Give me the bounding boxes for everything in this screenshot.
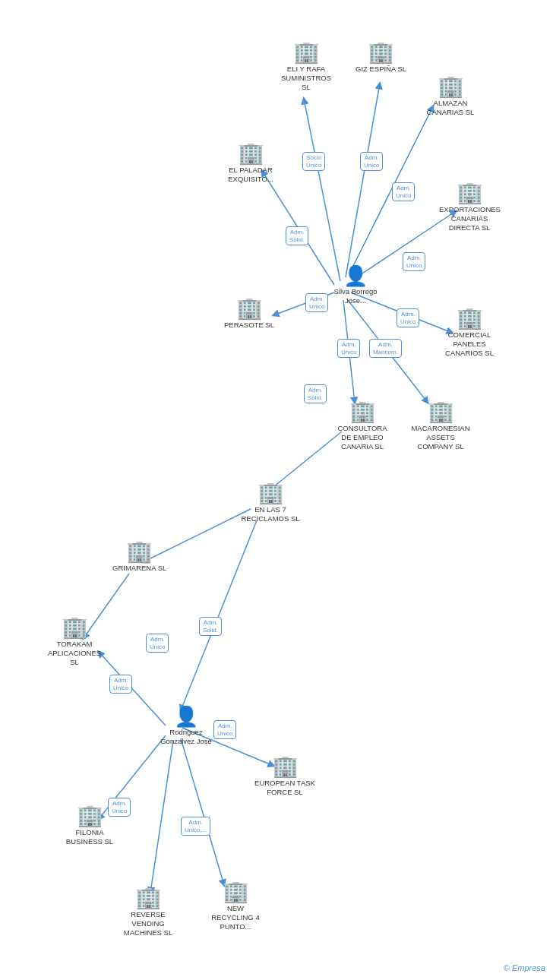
watermark: © Empresa — [504, 963, 545, 972]
node-new-recycling: 🏢 NEW RECYCLING 4 PUNTO... — [205, 881, 266, 931]
label-macaronesian: MACARONESIAN ASSETS COMPANY SL — [410, 424, 471, 451]
label-grimarena: GRIMARENA SL — [112, 564, 166, 573]
badge-adm-unico-4: Adm.Unico — [305, 293, 328, 312]
svg-line-0 — [304, 99, 340, 281]
badge-adm-unico-8: Adm.Unico — [109, 675, 132, 694]
badge-adm-solid-3: Adm.Solid. — [199, 617, 222, 636]
label-perasote: PERASOTE SL — [224, 321, 274, 330]
building-icon-paladar: 🏢 — [238, 143, 264, 164]
label-en-las-7: EN LAS 7 RECICLAMOS SL — [240, 505, 301, 523]
node-silva: 👤 Silva Borrego Jose... — [325, 266, 386, 305]
label-torakam: TORAKAM APLICACIONES SL — [44, 640, 105, 667]
badge-adm-unico-3: Adm.Unico — [403, 252, 425, 271]
label-comercial: COMERCIAL PANELES CANARIOS SL — [439, 330, 500, 358]
building-icon-reverse: 🏢 — [135, 887, 162, 909]
person-icon-rodriguez: 👤 — [174, 707, 198, 726]
building-icon-comercial: 🏢 — [457, 308, 483, 329]
diagram-container: 🏢 ELI Y RAFA SUMINISTROS SL 🏢 GIZ ESPIÑA… — [0, 0, 553, 980]
label-new-recycling: NEW RECYCLING 4 PUNTO... — [205, 904, 266, 931]
node-grimarena: 🏢 GRIMARENA SL — [112, 541, 166, 573]
node-eli-rafa: 🏢 ELI Y RAFA SUMINISTROS SL — [276, 42, 337, 92]
badge-adm-unico-11: Adm.Unico,... — [181, 817, 210, 836]
label-silva: Silva Borrego Jose... — [325, 287, 386, 305]
building-icon-en-las-7: 🏢 — [258, 482, 284, 504]
badge-adm-unico-6: Adm.Unico — [337, 339, 360, 358]
label-reverse: REVERSE VENDING MACHINES SL — [118, 910, 179, 937]
label-paladar: EL PALADAR EXQUISITO... — [220, 166, 281, 184]
badge-adm-unico-10: Adm.Unico — [108, 798, 131, 817]
badge-adm-unico-1: Adm.Unico — [360, 152, 383, 171]
building-icon-exportaciones: 🏢 — [457, 182, 483, 204]
badge-adm-solid-1: Adm.Solid. — [286, 226, 308, 245]
building-icon-eli-rafa: 🏢 — [293, 42, 320, 63]
svg-line-16 — [150, 741, 173, 893]
node-european: 🏢 EUROPEAN TASK FORCE SL — [254, 756, 315, 797]
watermark-copy: © — [504, 963, 510, 972]
svg-line-1 — [346, 84, 380, 277]
label-filonia: FILONIA BUSINESS SL — [59, 828, 120, 846]
node-torakam: 🏢 TORAKAM APLICACIONES SL — [44, 617, 105, 667]
node-consultora: 🏢 CONSULTORA DE EMPLEO CANARIA SL — [332, 401, 393, 451]
node-en-las-7: 🏢 EN LAS 7 RECICLAMOS SL — [240, 482, 301, 523]
node-comercial-paneles: 🏢 COMERCIAL PANELES CANARIOS SL — [439, 308, 500, 358]
label-exportaciones: EXPORTACIONES CANARIAS DIRECTA SL — [439, 205, 500, 232]
node-giz-espina: 🏢 GIZ ESPIÑA SL — [356, 42, 406, 74]
building-icon-consultora: 🏢 — [349, 401, 376, 422]
svg-line-2 — [349, 106, 433, 273]
label-almazan: ALMAZAN CANARIAS SL — [420, 99, 481, 117]
svg-line-11 — [181, 520, 257, 710]
building-icon-giz: 🏢 — [368, 42, 394, 63]
building-icon-almazan: 🏢 — [438, 76, 464, 97]
node-perasote: 🏢 PERASOTE SL — [224, 298, 274, 330]
node-el-paladar: 🏢 EL PALADAR EXQUISITO... — [220, 143, 281, 184]
label-eli-rafa: ELI Y RAFA SUMINISTROS SL — [276, 65, 337, 92]
building-icon-macaronesian: 🏢 — [428, 401, 454, 422]
badge-adm-unico-5: Adm.Unico — [397, 308, 419, 327]
badge-adm-unico-9: Adm.Unico — [213, 720, 236, 739]
node-reverse: 🏢 REVERSE VENDING MACHINES SL — [118, 887, 179, 937]
badge-adm-unico-7: Adm.Unico — [146, 634, 169, 653]
label-consultora: CONSULTORA DE EMPLEO CANARIA SL — [332, 424, 393, 451]
building-icon-new-recycling: 🏢 — [223, 881, 249, 903]
building-icon-european: 🏢 — [272, 756, 299, 777]
node-exportaciones: 🏢 EXPORTACIONES CANARIAS DIRECTA SL — [439, 182, 500, 232]
label-european: EUROPEAN TASK FORCE SL — [254, 779, 315, 797]
svg-line-17 — [181, 738, 224, 885]
building-icon-filonia: 🏢 — [77, 805, 103, 827]
badge-adm-solid-2: Adm.Solid. — [304, 384, 327, 403]
person-icon-silva: 👤 — [343, 266, 368, 286]
badge-adm-mancom: Adm.Mancom. — [369, 339, 402, 358]
watermark-brand: Empresa — [512, 963, 545, 972]
node-rodriguez: 👤 Rodriguez Gonzalvez Jose — [156, 707, 216, 746]
label-rodriguez: Rodriguez Gonzalvez Jose — [156, 728, 216, 746]
node-almazan: 🏢 ALMAZAN CANARIAS SL — [420, 76, 481, 117]
badge-socio-unico: SocioÚnico — [302, 152, 325, 171]
building-icon-perasote: 🏢 — [236, 298, 263, 319]
building-icon-torakam: 🏢 — [62, 617, 88, 638]
label-giz: GIZ ESPIÑA SL — [356, 65, 406, 74]
badge-adm-unico-2: Adm.Unico — [392, 182, 415, 201]
building-icon-grimarena: 🏢 — [126, 541, 153, 562]
node-macaronesian: 🏢 MACARONESIAN ASSETS COMPANY SL — [410, 401, 471, 451]
